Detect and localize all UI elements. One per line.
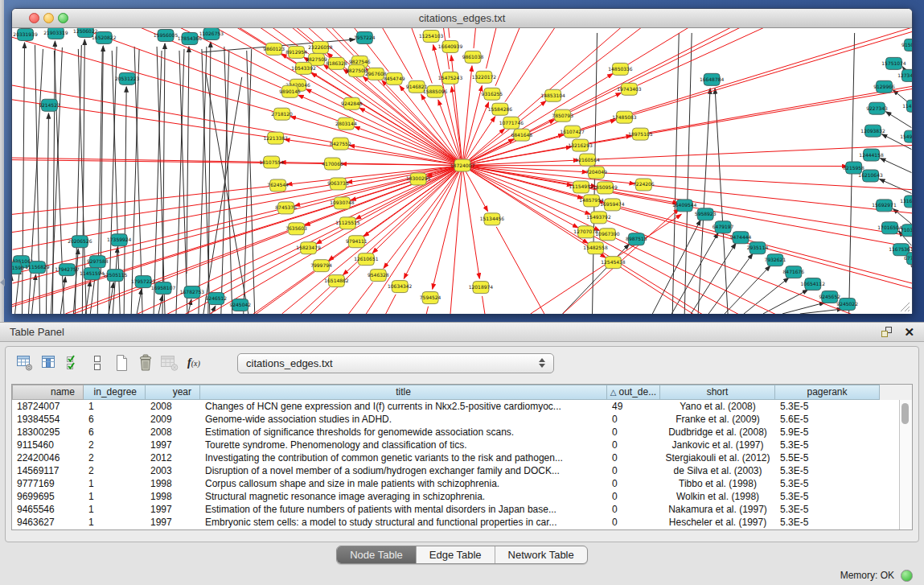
graph-edge[interactable] (15, 269, 20, 314)
tab-node-table[interactable]: Node Table (337, 546, 417, 563)
cell-name[interactable]: 19384554 (12, 413, 84, 426)
cell-in_degree[interactable]: 2 (84, 439, 146, 451)
column-header-in_degree[interactable]: in_degree (84, 385, 146, 400)
graph-edge[interactable] (462, 166, 606, 258)
graph-edge[interactable] (518, 28, 874, 117)
cell-out_degree[interactable]: 0 (607, 516, 660, 529)
network-svg[interactable]: 1872400798601238912954232260589827509818… (12, 28, 912, 314)
cell-out_degree[interactable]: 49 (607, 400, 660, 413)
graph-edge[interactable] (495, 28, 676, 86)
cell-pagerank[interactable]: 5.6E-5 (775, 413, 880, 426)
cell-out_degree[interactable]: 0 (607, 439, 660, 451)
cell-out_degree[interactable]: 0 (607, 490, 660, 503)
cell-title[interactable]: Tourette syndrome. Phenomenology and cla… (200, 439, 607, 451)
cell-title[interactable]: Estimation of significance thresholds fo… (200, 426, 607, 439)
graph-edge[interactable] (23, 43, 25, 314)
delete-column-icon[interactable] (134, 352, 157, 373)
graph-edge[interactable] (607, 220, 912, 314)
graph-edge[interactable] (744, 278, 789, 314)
cell-in_degree[interactable]: 2 (84, 451, 146, 464)
column-visibility-icon[interactable] (38, 352, 60, 373)
cell-short[interactable]: Jankovic et al. (1997) (660, 439, 775, 451)
graph-edge[interactable] (708, 253, 753, 314)
cell-year[interactable]: 1998 (146, 490, 200, 503)
cell-in_degree[interactable]: 1 (84, 490, 146, 503)
cell-short[interactable]: Tibbo et al. (1998) (660, 477, 775, 490)
cell-short[interactable]: Wolkin et al. (1998) (660, 490, 775, 503)
cell-year[interactable]: 1997 (146, 439, 200, 451)
vertical-scrollbar[interactable] (899, 400, 912, 529)
hide-panel-arrow-icon[interactable] (0, 278, 5, 286)
graph-edge[interactable] (880, 179, 912, 193)
cell-short[interactable]: Yano et al. (2008) (660, 400, 775, 413)
float-panel-icon[interactable] (881, 326, 893, 338)
cell-pagerank[interactable]: 5.3E-5 (775, 516, 880, 529)
rows-icon[interactable] (86, 352, 109, 373)
graph-edge[interactable] (691, 243, 736, 314)
cell-name[interactable]: 9777169 (12, 477, 84, 490)
column-header-pagerank[interactable]: pagerank (775, 385, 880, 400)
cell-year[interactable]: 2008 (146, 426, 200, 439)
cell-pagerank[interactable]: 5.9E-5 (775, 426, 880, 439)
table-row[interactable]: 1938455462009Genome-wide association stu… (12, 413, 912, 426)
cell-name[interactable]: 14569117 (12, 464, 84, 477)
column-header-year[interactable]: year (146, 385, 200, 400)
cell-name[interactable]: 9699695 (12, 490, 84, 503)
graph-edge[interactable] (137, 289, 142, 314)
cell-title[interactable]: Estimation of the future numbers of pati… (200, 503, 607, 516)
tab-network-table[interactable]: Network Table (495, 546, 587, 563)
cell-in_degree[interactable]: 1 (84, 516, 146, 529)
graph-edge[interactable] (158, 295, 162, 314)
cell-short[interactable]: de Silva et al. (2003) (660, 464, 775, 477)
graph-edge[interactable] (560, 28, 912, 90)
graph-edge[interactable] (46, 113, 48, 314)
cell-out_degree[interactable]: 0 (607, 451, 660, 464)
table-row[interactable]: 1830029562008Estimation of significance … (12, 426, 912, 439)
cell-short[interactable]: Dudbridge et al. (2008) (660, 426, 775, 439)
graph-edge[interactable] (893, 208, 911, 224)
cell-pagerank[interactable]: 5.3E-5 (775, 464, 880, 477)
graph-edge[interactable] (154, 51, 162, 314)
graph-edge[interactable] (483, 296, 553, 314)
close-panel-icon[interactable]: ✕ (904, 325, 914, 340)
graph-edge[interactable] (179, 51, 187, 314)
graph-edge[interactable] (600, 203, 912, 314)
cell-title[interactable]: Investigating the contribution of common… (200, 451, 607, 464)
cell-title[interactable]: Corpus callosum shape and size in male p… (200, 477, 607, 490)
cell-name[interactable]: 9465546 (12, 503, 84, 516)
cell-name[interactable]: 18300295 (12, 426, 84, 439)
graph-edge[interactable] (462, 166, 848, 167)
cell-year[interactable]: 2009 (146, 413, 200, 426)
graph-edge[interactable] (462, 166, 479, 279)
graph-edge[interactable] (487, 28, 599, 68)
cell-pagerank[interactable]: 5.3E-5 (775, 400, 880, 413)
cell-short[interactable]: Stergiakouli et al. (2012) (660, 451, 775, 464)
cell-pagerank[interactable]: 5.3E-5 (775, 490, 880, 503)
graph-edge[interactable] (881, 159, 912, 173)
cell-year[interactable]: 2012 (146, 451, 200, 464)
scrollbar-thumb[interactable] (901, 403, 909, 424)
cell-short[interactable]: Nakamura et al. (1997) (660, 503, 775, 516)
cell-year[interactable]: 1997 (146, 516, 200, 529)
column-header-short[interactable]: short (660, 385, 775, 400)
table-row[interactable]: 2242004622012Investigating the contribut… (12, 451, 912, 464)
cell-out_degree[interactable]: 0 (607, 503, 660, 516)
cell-in_degree[interactable]: 6 (84, 426, 146, 439)
graph-edge[interactable] (359, 108, 462, 165)
cell-name[interactable]: 22420046 (12, 451, 84, 464)
function-builder-icon[interactable]: f(x) (183, 352, 205, 373)
cell-short[interactable]: Franke et al. (2009) (660, 413, 775, 426)
cell-pagerank[interactable]: 5.5E-5 (775, 451, 880, 464)
graph-edge[interactable] (32, 274, 36, 314)
cell-year[interactable]: 1997 (146, 503, 200, 516)
import-table-icon[interactable] (158, 352, 181, 373)
graph-edge[interactable] (317, 307, 428, 314)
cell-in_degree[interactable]: 6 (84, 413, 146, 426)
cell-in_degree[interactable]: 1 (84, 477, 146, 490)
table-row[interactable]: 969969511998Structural magnetic resonanc… (12, 490, 912, 503)
graph-edge[interactable] (672, 33, 679, 314)
graph-edge[interactable] (462, 93, 621, 165)
column-header-name[interactable]: name (12, 385, 84, 400)
table-selector-dropdown[interactable]: citations_edges.txt (237, 353, 554, 373)
cell-out_degree[interactable]: 0 (607, 477, 660, 490)
